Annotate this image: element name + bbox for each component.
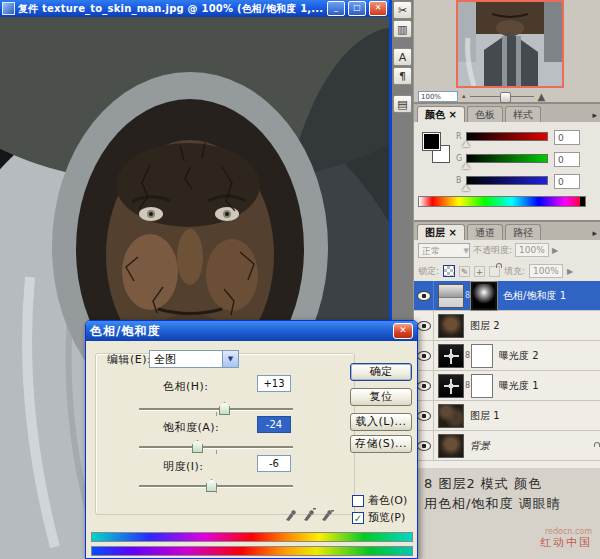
lock-transparency-icon[interactable] — [443, 265, 455, 277]
layer-row-layer1[interactable]: 图层 1 — [414, 401, 600, 431]
layer-name[interactable]: 曝光度 2 — [499, 349, 539, 363]
tab-layers[interactable]: 图层 × — [417, 224, 465, 240]
document-title: 复件 texture_to_skin_man.jpg @ 100% (色相/饱和… — [18, 2, 324, 16]
saturation-slider[interactable] — [139, 446, 293, 448]
visibility-eye-icon[interactable] — [417, 321, 431, 331]
hue-saturation-dialog: 色相/饱和度 ✕ 编辑(E): 全图 ▼ 色相(H): +13 饱和度(A): … — [85, 320, 418, 559]
layer-mask-thumbnail[interactable] — [471, 374, 493, 398]
foreground-color-swatch[interactable] — [422, 132, 441, 151]
info-panel-icon[interactable]: ▤ — [393, 95, 412, 113]
zoom-in-icon[interactable]: ▲ — [538, 91, 546, 102]
green-channel-label: G — [456, 154, 462, 163]
layer-name[interactable]: 背景 — [470, 439, 490, 453]
saturation-value-field[interactable]: -24 — [257, 416, 291, 433]
caption-line-2: 用色相/饱和度 调眼睛 — [424, 494, 599, 514]
layer-row-exposure2[interactable]: 8 曝光度 2 — [414, 341, 600, 371]
preview-option[interactable]: ✓ 预览(P) — [352, 510, 405, 525]
tab-styles[interactable]: 样式 — [505, 106, 541, 122]
dialog-close-button[interactable]: ✕ — [393, 323, 413, 339]
lightness-value-field[interactable]: -6 — [257, 455, 291, 472]
eyedropper-plus-icon[interactable] — [302, 507, 316, 521]
dialog-titlebar[interactable]: 色相/饱和度 ✕ — [86, 321, 417, 341]
layer-name[interactable]: 图层 1 — [470, 409, 500, 423]
layer-row-hue-saturation[interactable]: 8 色相/饱和度 1 — [414, 281, 600, 311]
dropdown-arrow-icon[interactable]: ▼ — [222, 351, 238, 367]
layer-name[interactable]: 曝光度 1 — [499, 379, 539, 393]
navigator-zoom-field[interactable]: 100% — [418, 91, 458, 102]
layer-mask-thumbnail[interactable] — [471, 344, 493, 368]
tab-paths[interactable]: 路径 — [505, 224, 541, 240]
maximize-button[interactable]: □ — [348, 1, 366, 16]
visibility-eye-icon[interactable] — [417, 291, 431, 301]
red-slider[interactable] — [466, 132, 548, 141]
color-panel-menu-icon[interactable]: ▸ — [592, 108, 597, 122]
fill-field[interactable]: 100% — [529, 264, 563, 278]
opacity-arrow-icon[interactable]: ▶ — [552, 246, 558, 255]
close-button[interactable]: ✕ — [369, 1, 387, 16]
layer-name[interactable]: 色相/饱和度 1 — [503, 289, 566, 303]
fill-arrow-icon[interactable]: ▶ — [567, 267, 573, 276]
hue-slider[interactable] — [139, 408, 293, 410]
adjustment-layer-thumbnail[interactable] — [438, 374, 464, 398]
layer-thumbnail[interactable] — [438, 314, 464, 338]
tab-swatches[interactable]: 色板 — [467, 106, 503, 122]
eyedropper-minus-icon[interactable] — [320, 507, 334, 521]
layer-row-exposure1[interactable]: 8 曝光度 1 — [414, 371, 600, 401]
layer-thumbnail[interactable] — [438, 404, 464, 428]
zoom-out-icon[interactable]: ▴ — [462, 92, 466, 100]
colorize-checkbox[interactable] — [352, 495, 364, 507]
preview-checkbox[interactable]: ✓ — [352, 512, 364, 524]
layer-name[interactable]: 图层 2 — [470, 319, 500, 333]
blue-channel-label: B — [456, 176, 462, 185]
blend-mode-select[interactable]: 正常 ▼ — [418, 243, 470, 258]
color-spectrum-ramp[interactable] — [418, 196, 586, 207]
tab-color[interactable]: 颜色 × — [417, 106, 465, 122]
red-slider-thumb[interactable] — [462, 141, 470, 147]
link-icon: 8 — [465, 381, 470, 390]
load-button[interactable]: 载入(L)... — [350, 413, 412, 431]
eyedropper-icon[interactable] — [284, 507, 298, 521]
layer-row-background[interactable]: 背景 — [414, 431, 600, 461]
layers-panel-menu-icon[interactable]: ▸ — [592, 226, 597, 240]
navigator-thumbnail[interactable] — [458, 2, 562, 86]
edit-dropdown[interactable]: 全图 ▼ — [149, 350, 239, 368]
layer-list: 8 色相/饱和度 1 图层 2 8 曝光度 2 — [414, 281, 600, 468]
save-button[interactable]: 存储(S)... — [350, 435, 412, 453]
colorize-option[interactable]: 着色(O) — [352, 493, 407, 508]
green-slider-thumb[interactable] — [462, 163, 470, 169]
document-titlebar[interactable]: 复件 texture_to_skin_man.jpg @ 100% (色相/饱和… — [0, 0, 389, 17]
watermark-brand: 红动中国 — [540, 536, 592, 549]
green-value-field[interactable]: 0 — [554, 152, 580, 167]
green-slider[interactable] — [466, 154, 548, 163]
lock-all-icon[interactable] — [489, 266, 500, 277]
dialog-groupbox — [95, 353, 355, 515]
lock-pixels-icon[interactable]: ✎ — [459, 266, 470, 277]
clone-source-icon[interactable]: ▥ — [393, 20, 412, 38]
minimize-button[interactable]: _ — [327, 1, 345, 16]
layer-row-layer2[interactable]: 图层 2 — [414, 311, 600, 341]
adjustment-layer-thumbnail[interactable] — [438, 344, 464, 368]
lightness-slider[interactable] — [139, 485, 293, 487]
layer-thumbnail[interactable] — [438, 434, 464, 458]
ok-button[interactable]: 确定 — [350, 363, 412, 381]
character-panel-icon[interactable]: A — [393, 48, 412, 66]
paragraph-panel-icon[interactable]: ¶ — [393, 67, 412, 85]
lock-position-icon[interactable]: + — [474, 266, 485, 277]
navigator-zoom-slider[interactable] — [470, 91, 534, 101]
hue-value-field[interactable]: +13 — [257, 375, 291, 392]
red-value-field[interactable]: 0 — [554, 130, 580, 145]
tab-channels[interactable]: 通道 — [467, 224, 503, 240]
lock-label: 锁定: — [418, 265, 439, 278]
adjustment-layer-thumbnail[interactable] — [438, 284, 464, 308]
layer-mask-thumbnail[interactable] — [471, 282, 497, 310]
zoom-slider-thumb[interactable] — [500, 92, 511, 103]
colorize-label: 着色(O) — [368, 493, 407, 508]
foreground-background-swatches — [422, 132, 452, 164]
reset-button[interactable]: 复位 — [350, 388, 412, 406]
slice-tool-icon[interactable]: ✂ — [393, 1, 412, 19]
opacity-field[interactable]: 100% — [515, 243, 549, 257]
layers-panel-tabbar: 图层 × 通道 路径 ▸ — [414, 222, 600, 240]
blue-slider[interactable] — [466, 176, 548, 185]
blue-value-field[interactable]: 0 — [554, 174, 580, 189]
blue-slider-thumb[interactable] — [462, 185, 470, 191]
